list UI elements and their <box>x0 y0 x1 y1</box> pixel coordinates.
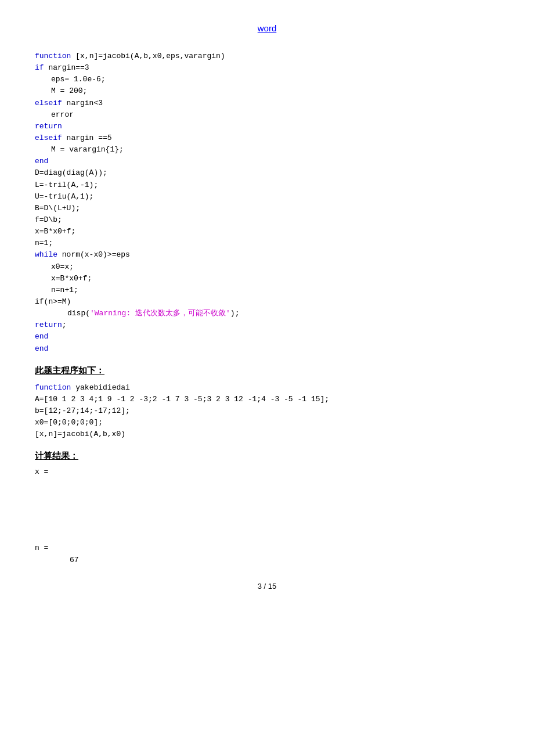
disp-call: disp( <box>67 309 90 318</box>
function-signature: [x,n]=jacobi(A,b,x0,eps,varargin) <box>71 52 225 60</box>
code-line-f: f=D\b; <box>35 214 499 226</box>
elseif2-condition: nargin ==5 <box>62 134 112 142</box>
section1-heading: 此题主程序如下： <box>35 365 499 376</box>
function-code-block: function [x,n]=jacobi(A,b,x0,eps,varargi… <box>35 51 499 355</box>
keyword-end3: end <box>35 344 48 353</box>
keyword-while: while <box>35 250 57 259</box>
code-line-x: x=B*x0+f; <box>35 226 499 237</box>
code-line-while: while norm(x-x0)>=eps <box>35 249 499 261</box>
keyword-end2: end <box>35 332 48 341</box>
code-line-eps: eps= 1.0e-6; <box>35 74 499 85</box>
code-line-n-incr: n=n+1; <box>35 285 499 296</box>
page-title: word <box>35 23 499 33</box>
main-code-function-line: function yakebidiedai <box>35 382 499 394</box>
keyword-end1: end <box>35 157 48 165</box>
keyword-function: function <box>35 52 71 60</box>
code-line-M: M = 200; <box>35 85 499 97</box>
main-code-x0-line: x0=[0;0;0;0;0]; <box>35 417 499 429</box>
result-n-value: 67 <box>70 556 499 564</box>
x-value-area <box>35 480 499 538</box>
code-line-elseif1: elseif nargin<3 <box>35 98 499 109</box>
code-line-if: if nargin==3 <box>35 62 499 74</box>
keyword-return2: return <box>35 321 62 329</box>
result-x-block: x = <box>35 467 499 538</box>
return2-semi: ; <box>62 321 67 329</box>
main-code-A-line: A=[10 1 2 3 4;1 9 -1 2 -3;2 -1 7 3 -5;3 … <box>35 394 499 405</box>
code-line-end3: end <box>35 343 499 355</box>
code-line-function: function [x,n]=jacobi(A,b,x0,eps,varargi… <box>35 51 499 62</box>
while-condition: norm(x-x0)>=eps <box>57 250 130 259</box>
keyword-elseif2: elseif <box>35 134 62 142</box>
code-line-end1: end <box>35 156 499 167</box>
disp-string: 'Warning: 迭代次数太多，可能不收敛' <box>90 309 230 318</box>
code-line-if-n: if(n>=M) <box>35 296 499 308</box>
if-condition: nargin==3 <box>44 63 89 72</box>
code-line-B: B=D\(L+U); <box>35 203 499 214</box>
disp-close: ); <box>230 309 240 318</box>
result-n-label: n = <box>35 543 499 552</box>
code-line-M-varargin: M = varargin{1}; <box>35 144 499 156</box>
main-keyword-function: function <box>35 383 71 392</box>
code-line-return1: return <box>35 121 499 132</box>
code-line-x0-assign: x0=x; <box>35 261 499 273</box>
main-code-b-line: b=[12;-27;14;-17;12]; <box>35 405 499 417</box>
code-line-x-assign: x=B*x0+f; <box>35 273 499 285</box>
keyword-elseif1: elseif <box>35 99 62 107</box>
keyword-if: if <box>35 63 44 72</box>
result-n-block: n = 67 <box>35 543 499 564</box>
code-line-end2: end <box>35 331 499 343</box>
code-line-U: U=-triu(A,1); <box>35 191 499 203</box>
result-x-label: x = <box>35 467 499 476</box>
main-code-block: function yakebidiedai A=[10 1 2 3 4;1 9 … <box>35 382 499 441</box>
code-line-n: n=1; <box>35 237 499 249</box>
main-code-jacobi-line: [x,n]=jacobi(A,b,x0) <box>35 429 499 440</box>
elseif1-condition: nargin<3 <box>62 99 103 107</box>
code-line-D: D=diag(diag(A)); <box>35 167 499 179</box>
keyword-return1: return <box>35 122 62 131</box>
section2-heading: 计算结果： <box>35 451 499 462</box>
code-line-disp: disp('Warning: 迭代次数太多，可能不收敛'); <box>35 308 499 319</box>
code-line-elseif2: elseif nargin ==5 <box>35 132 499 144</box>
code-line-error: error <box>35 109 499 121</box>
main-function-name: yakebidiedai <box>71 383 129 392</box>
page-footer: 3 / 15 <box>35 582 499 591</box>
code-line-return2: return; <box>35 319 499 331</box>
code-line-L: L=-tril(A,-1); <box>35 179 499 191</box>
